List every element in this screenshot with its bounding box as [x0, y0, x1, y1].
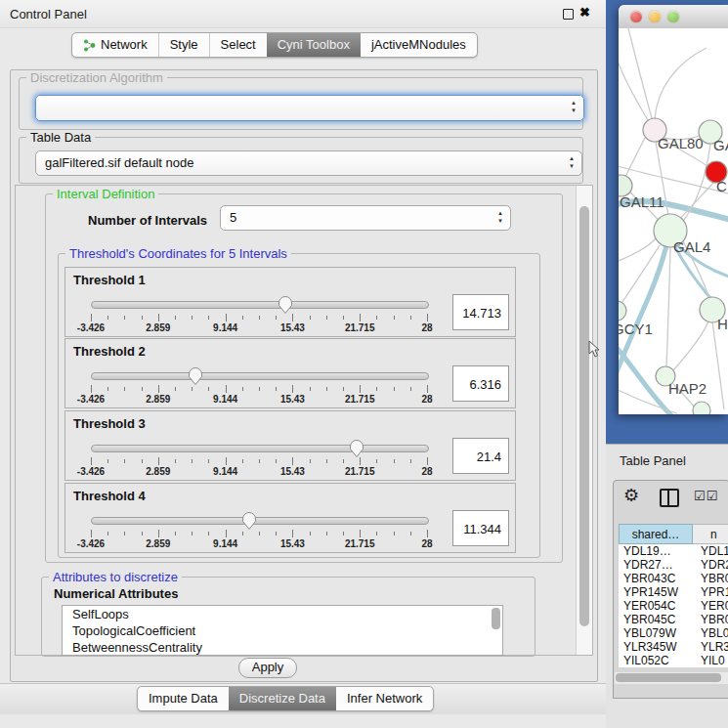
tick-label: 21.715: [345, 322, 375, 333]
table-rows: YDL19…YDL1YDR27…YDR2YBR043CYBR0YPR145WYP…: [619, 544, 728, 667]
close-traffic-light[interactable]: [630, 11, 642, 22]
tick-label: -3.426: [77, 394, 105, 405]
node-label: HAP2: [668, 380, 707, 397]
node-table: ⚙ ☑☑ shared… n YDL19…YDL1YDR27…YDR2YBR04…: [613, 480, 728, 699]
slider-thumb[interactable]: [188, 366, 203, 386]
tab-style[interactable]: Style: [158, 33, 209, 57]
column-header-name[interactable]: n: [693, 524, 728, 544]
threshold-3-slider[interactable]: -3.4262.8599.14415.4321.71528: [91, 439, 427, 476]
attributes-group-title: Attributes to discretize: [49, 570, 182, 584]
node-label: GAL11: [620, 193, 664, 210]
threshold-4-panel: Threshold 4 -3.4262.8599.14415.4321.7152…: [64, 483, 516, 553]
discretization-algorithm-title: Discretization Algorithm: [26, 70, 167, 85]
slider-tick-labels: -3.4262.8599.14415.4321.71528: [91, 538, 427, 549]
discretization-algorithm-group: Discretization Algorithm ▲▼: [19, 77, 583, 130]
float-window-icon[interactable]: [563, 9, 574, 20]
table-row[interactable]: YDR27…YDR2: [619, 558, 728, 572]
spinner-up-icon: ▲: [571, 99, 577, 107]
threshold-4-value[interactable]: 11.344: [452, 510, 509, 546]
tab-infer-network[interactable]: Infer Network: [336, 687, 433, 710]
table-row[interactable]: YPR145WYPR1: [619, 585, 728, 599]
threshold-4-slider[interactable]: -3.4262.8599.14415.4321.71528: [91, 511, 427, 548]
numerical-attributes-list[interactable]: SelfLoopsTopologicalCoefficientBetweenne…: [62, 605, 503, 656]
tab-network[interactable]: Network: [72, 33, 158, 57]
settings-scrollbar[interactable]: [576, 186, 592, 655]
slider-tick-labels: -3.4262.8599.14415.4321.71528: [91, 394, 427, 405]
tick-label: 28: [421, 466, 432, 477]
threshold-2-slider[interactable]: -3.4262.8599.14415.4321.71528: [91, 366, 427, 404]
threshold-1-panel: Threshold 1 -3.4262.8599.14415.4321.7152…: [64, 267, 516, 337]
gear-icon[interactable]: ⚙: [623, 485, 639, 506]
spinner-up-icon: ▲: [569, 154, 575, 162]
number-of-intervals-combobox[interactable]: 5 ▲▼: [220, 205, 511, 231]
table-row[interactable]: YIL052CYIL0: [619, 654, 728, 667]
control-panel-titlebar: Control Panel ✖: [0, 0, 606, 28]
network-icon: [83, 39, 96, 52]
tick-label: 15.43: [280, 394, 305, 405]
threshold-3-panel: Threshold 3 -3.4262.8599.14415.4321.7152…: [64, 410, 516, 481]
tick-label: 2.859: [146, 538, 170, 549]
table-row[interactable]: YLR345WYLR3: [619, 640, 728, 654]
slider-ticks: [91, 457, 427, 466]
table-row[interactable]: YDL19…YDL1: [619, 544, 728, 558]
slider-thumb[interactable]: [278, 295, 293, 315]
node-label: GAL80: [658, 135, 704, 151]
settings-scrollbar-thumb[interactable]: [579, 206, 589, 626]
table-data-value: galFiltered.sif default node: [45, 155, 193, 170]
table-row[interactable]: YBR043CYBR0: [619, 572, 728, 585]
tab-discretize-data[interactable]: Discretize Data: [229, 687, 336, 710]
close-icon[interactable]: ✖: [579, 5, 590, 20]
network-node[interactable]: [693, 402, 710, 414]
threshold-3-label: Threshold 3: [73, 416, 146, 431]
threshold-4-label: Threshold 4: [73, 489, 146, 503]
threshold-1-slider[interactable]: -3.4262.8599.14415.4321.71528: [91, 295, 427, 332]
network-window: GAL80GACGAL11GAL4GCY1HHAP2: [619, 5, 728, 414]
attributes-list-scrollbar[interactable]: [492, 608, 500, 629]
spinner-down-icon: ▼: [569, 162, 575, 170]
apply-button[interactable]: Apply: [238, 658, 297, 678]
zoom-traffic-light[interactable]: [667, 11, 679, 22]
slider-ticks: [91, 530, 427, 538]
tab-impute-data[interactable]: Impute Data: [138, 687, 229, 710]
mouse-cursor: [588, 340, 601, 359]
attribute-list-item[interactable]: BetweennessCentrality: [63, 639, 502, 656]
slider-thumb[interactable]: [241, 511, 257, 531]
network-canvas[interactable]: GAL80GACGAL11GAL4GCY1HHAP2: [619, 28, 728, 414]
table-horizontal-scrollbar[interactable]: [615, 672, 728, 684]
slider-track[interactable]: [91, 372, 429, 380]
tick-label: 9.144: [213, 394, 237, 405]
threshold-2-value[interactable]: 6.316: [452, 365, 509, 402]
tab-cyni-toolbox[interactable]: Cyni Toolbox: [267, 33, 361, 57]
select-all-checkbox-icon[interactable]: ☑: [694, 489, 707, 503]
control-panel: Control Panel ✖ Network Style Select Cyn…: [0, 0, 606, 728]
slider-track[interactable]: [91, 517, 429, 525]
interval-definition-group: Interval Definition Number of Intervals …: [45, 193, 563, 563]
table-scrollbar-thumb[interactable]: [616, 673, 721, 682]
spinner-down-icon: ▼: [571, 107, 577, 114]
table-data-combobox[interactable]: galFiltered.sif default node ▲▼: [35, 150, 582, 176]
slider-thumb[interactable]: [349, 439, 364, 458]
algorithm-combobox[interactable]: ▲▼: [35, 95, 584, 121]
minimize-traffic-light[interactable]: [649, 11, 661, 22]
column-header-shared-name[interactable]: shared…: [619, 524, 693, 544]
slider-tick-labels: -3.4262.8599.14415.4321.71528: [91, 466, 427, 477]
select-none-checkbox-icon[interactable]: ☑: [707, 489, 719, 503]
table-panel-title: Table Panel: [620, 453, 686, 468]
threshold-1-value[interactable]: 14.713: [452, 294, 509, 330]
attribute-list-item[interactable]: TopologicalCoefficient: [63, 622, 502, 639]
slider-ticks: [91, 314, 427, 322]
slider-track[interactable]: [91, 445, 429, 452]
slider-track[interactable]: [91, 301, 429, 309]
tab-select[interactable]: Select: [209, 33, 267, 57]
attribute-list-item[interactable]: SelfLoops: [63, 606, 502, 622]
cyni-toolbox-panel: Discretization Algorithm ▲▼ Table Data g…: [10, 69, 598, 682]
table-row[interactable]: YER054CYER0: [619, 599, 728, 613]
threshold-3-value[interactable]: 21.4: [452, 438, 509, 474]
slider-tick-labels: -3.4262.8599.14415.4321.71528: [91, 322, 427, 333]
columns-icon[interactable]: [660, 489, 679, 507]
table-row[interactable]: YBL079WYBL0: [619, 626, 728, 640]
bottom-tabbar: Impute Data Discretize Data Infer Networ…: [137, 686, 434, 711]
table-row[interactable]: YBR045CYBR0: [619, 613, 728, 626]
network-node[interactable]: [619, 301, 626, 321]
tab-jactivemnodules[interactable]: jActiveMNodules: [361, 33, 477, 57]
